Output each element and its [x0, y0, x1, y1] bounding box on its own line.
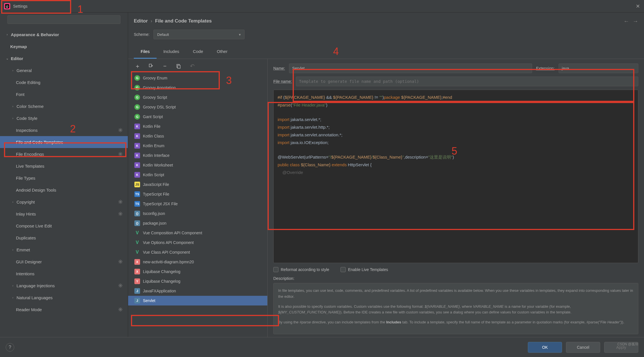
sidebar-item-file-types[interactable]: File Types: [0, 172, 128, 184]
breadcrumb: Editor › File and Code Templates ← →: [128, 13, 644, 30]
svg-rect-10: [149, 64, 151, 67]
sidebar-item-file-and-code-templates[interactable]: File and Code Templates: [0, 136, 128, 148]
close-icon[interactable]: ✕: [636, 3, 640, 9]
sidebar-item-label: Editor: [11, 56, 23, 61]
template-item[interactable]: GGroovy Annotation: [128, 83, 267, 93]
gear-icon[interactable]: [118, 152, 123, 156]
template-item[interactable]: KKotlin Class: [128, 131, 267, 141]
sidebar-item-label: Copyright: [17, 200, 35, 204]
sidebar-item-label: File Types: [16, 176, 35, 180]
template-item[interactable]: TSTypeScript JSX File: [128, 199, 267, 209]
search-input[interactable]: [7, 15, 120, 24]
nav-back-icon[interactable]: ←: [624, 18, 629, 24]
sidebar-item-inspections[interactable]: Inspections: [0, 124, 128, 136]
template-item-label: Servlet: [143, 298, 155, 303]
template-item-label: Groovy Annotation: [143, 85, 176, 90]
template-item[interactable]: GGant Script: [128, 112, 267, 122]
cancel-button[interactable]: Cancel: [566, 342, 600, 353]
sidebar-item-copyright[interactable]: ›Copyright: [0, 196, 128, 208]
sidebar-item-editor[interactable]: ⌄Editor: [0, 52, 128, 64]
gear-icon[interactable]: [118, 128, 123, 132]
scheme-select[interactable]: Default ▾: [153, 30, 245, 39]
reformat-checkbox[interactable]: Reformat according to style: [273, 267, 329, 272]
sidebar-item-emmet[interactable]: ›Emmet: [0, 244, 128, 256]
sidebar-item-reader-mode[interactable]: Reader Mode: [0, 303, 128, 315]
tab-includes[interactable]: Includes: [157, 45, 186, 59]
name-input[interactable]: [289, 63, 532, 73]
add-button[interactable]: ＋: [134, 63, 141, 69]
template-code-editor[interactable]: #if (${PACKAGE_NAME} && ${PACKAGE_NAME} …: [273, 90, 638, 263]
breadcrumb-editor[interactable]: Editor: [134, 18, 148, 24]
sidebar-item-gui-designer[interactable]: GUI Designer: [0, 256, 128, 268]
undo-button[interactable]: ↶: [189, 63, 195, 69]
template-item[interactable]: KKotlin Worksheet: [128, 160, 267, 170]
svg-point-7: [120, 261, 121, 262]
add-child-button[interactable]: [148, 63, 154, 69]
sidebar-item-duplicates[interactable]: Duplicates: [0, 232, 128, 244]
template-item[interactable]: JSJavaScript File: [128, 180, 267, 189]
sidebar-item-label: Inlay Hints: [16, 212, 36, 216]
extension-input[interactable]: [559, 63, 638, 73]
template-item[interactable]: {}package.json: [128, 218, 267, 228]
template-item-label: package.json: [143, 221, 167, 225]
file-type-icon: V: [134, 230, 140, 236]
template-item[interactable]: JServlet: [128, 296, 267, 305]
gear-icon[interactable]: [118, 200, 123, 204]
chevron-icon: ›: [10, 296, 15, 299]
gear-icon[interactable]: [118, 212, 123, 216]
sidebar-item-intentions[interactable]: Intentions: [0, 268, 128, 280]
template-item[interactable]: VVue Composition API Component: [128, 228, 267, 238]
chevron-icon: ⌄: [5, 57, 10, 60]
filename-input[interactable]: [296, 77, 638, 86]
template-item[interactable]: Xnew-activiti-diagram.bpmn20: [128, 257, 267, 267]
sidebar-item-code-style[interactable]: ›Code Style: [0, 112, 128, 124]
chevron-icon: ›: [10, 104, 15, 108]
template-item[interactable]: JJavaFXApplication: [128, 286, 267, 296]
template-item[interactable]: KKotlin Interface: [128, 151, 267, 160]
template-item[interactable]: KKotlin Enum: [128, 141, 267, 151]
template-item[interactable]: GGroovy Script: [128, 93, 267, 102]
remove-button[interactable]: −: [162, 63, 168, 69]
template-item[interactable]: GGroovy Enum: [128, 73, 267, 83]
template-item[interactable]: KKotlin File: [128, 122, 267, 131]
template-item[interactable]: VVue Options API Component: [128, 238, 267, 247]
sidebar-item-android-design-tools[interactable]: Android Design Tools: [0, 184, 128, 196]
template-item[interactable]: VVue Class API Component: [128, 247, 267, 257]
sidebar-item-code-editing[interactable]: Code Editing: [0, 76, 128, 88]
template-item[interactable]: XLiquibase Changelog: [128, 267, 267, 276]
sidebar-item-general[interactable]: ›General: [0, 64, 128, 76]
template-item[interactable]: YLiquibase Changelog: [128, 276, 267, 286]
sidebar-item-font[interactable]: Font: [0, 88, 128, 100]
template-item-label: Kotlin Interface: [143, 153, 169, 158]
sidebar-item-compose-live-edit[interactable]: Compose Live Edit: [0, 220, 128, 232]
gear-icon[interactable]: [118, 283, 123, 288]
svg-point-4: [120, 153, 121, 155]
sidebar-item-color-scheme[interactable]: ›Color Scheme: [0, 100, 128, 112]
file-type-icon: X: [134, 269, 140, 274]
template-item-label: Kotlin File: [143, 124, 160, 129]
ok-button[interactable]: OK: [528, 342, 562, 353]
template-item[interactable]: {}tsconfig.json: [128, 209, 267, 218]
tab-files[interactable]: Files: [134, 45, 157, 59]
sidebar-item-keymap[interactable]: Keymap: [0, 40, 128, 52]
tab-code[interactable]: Code: [186, 45, 210, 59]
extension-label: Extension:: [536, 66, 555, 71]
gear-icon[interactable]: [118, 307, 123, 312]
gear-icon[interactable]: [118, 259, 123, 264]
sidebar-item-language-injections[interactable]: ›Language Injections: [0, 280, 128, 292]
tab-other[interactable]: Other: [210, 45, 234, 59]
sidebar-item-file-encodings[interactable]: File Encodings: [0, 148, 128, 160]
chevron-icon: ›: [10, 284, 15, 287]
template-item[interactable]: GGroovy DSL Script: [128, 102, 267, 112]
template-item[interactable]: TSTypeScript File: [128, 189, 267, 199]
sidebar-item-inlay-hints[interactable]: Inlay Hints: [0, 208, 128, 220]
sidebar-item-appearance-behavior[interactable]: ›Appearance & Behavior: [0, 28, 128, 40]
sidebar-item-live-templates[interactable]: Live Templates: [0, 160, 128, 172]
help-icon[interactable]: ?: [6, 343, 14, 352]
live-templates-checkbox[interactable]: Enable Live Templates: [341, 267, 388, 272]
template-item[interactable]: KKotlin Script: [128, 170, 267, 180]
copy-button[interactable]: [175, 63, 182, 69]
nav-forward-icon[interactable]: →: [633, 18, 638, 24]
sidebar-item-natural-languages[interactable]: ›Natural Languages: [0, 292, 128, 303]
sidebar-item-label: Emmet: [17, 247, 30, 252]
